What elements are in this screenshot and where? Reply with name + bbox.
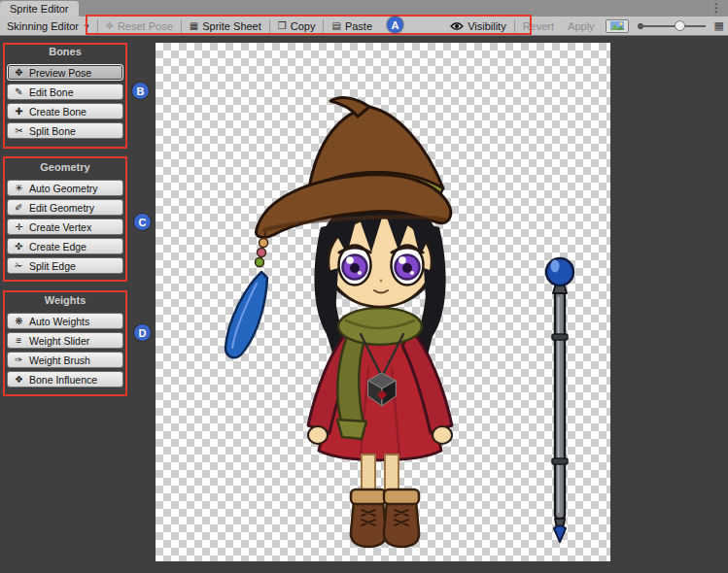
paste-label: Paste — [345, 20, 372, 32]
apply-button[interactable]: Apply — [561, 17, 602, 35]
paste-button[interactable]: ▤ Paste — [325, 17, 379, 35]
texture-preview-button[interactable] — [606, 19, 629, 33]
bone-influence-label: Bone Influence — [29, 374, 97, 386]
chevron-down-icon: ▾ — [85, 21, 89, 31]
skinning-editor-label: Skinning Editor — [7, 20, 79, 32]
copy-button[interactable]: ❐ Copy — [271, 17, 323, 35]
auto-weights-icon: ❋ — [14, 316, 24, 326]
sprite-editor-window: Sprite Editor ⋮ Skinning Editor ▾ ✥ Rese… — [0, 0, 728, 573]
weight-brush-icon: ✑ — [14, 354, 24, 365]
weight-slider-label: Weight Slider — [29, 335, 89, 347]
weights-panel-title: Weights — [7, 293, 123, 310]
bones-panel-title: Bones — [7, 45, 123, 61]
apply-label: Apply — [568, 20, 595, 32]
annotation-b: B — [132, 83, 149, 99]
character-hat-charm — [225, 233, 268, 357]
weight-slider-button[interactable]: ≡ Weight Slider — [7, 332, 123, 349]
split-bone-icon: ✂ — [14, 125, 24, 136]
edit-geometry-button[interactable]: ✐ Edit Geometry — [7, 199, 123, 216]
weight-slider-icon: ≡ — [14, 335, 24, 346]
split-edge-label: Split Edge — [29, 260, 76, 272]
copy-icon: ❐ — [278, 20, 287, 31]
split-edge-button[interactable]: ✁ Split Edge — [7, 257, 123, 274]
staff-tip — [554, 525, 566, 542]
zoom-slider-track — [638, 25, 706, 27]
create-bone-button[interactable]: ✚ Create Bone — [7, 103, 123, 119]
create-edge-label: Create Edge — [29, 241, 87, 253]
auto-geometry-label: Auto Geometry — [29, 183, 98, 194]
auto-weights-label: Auto Weights — [29, 316, 89, 327]
sprite-canvas[interactable] — [156, 43, 610, 561]
split-edge-icon: ✁ — [14, 260, 24, 271]
bone-influence-button[interactable]: ❖ Bone Influence — [7, 371, 123, 388]
revert-label: Revert — [523, 20, 554, 32]
reset-pose-button[interactable]: ✥ Reset Pose — [99, 17, 180, 35]
weight-brush-button[interactable]: ✑ Weight Brush — [7, 352, 123, 368]
feather-icon — [225, 272, 267, 357]
toolbar-separator — [514, 19, 515, 33]
character-sprite[interactable] — [225, 98, 452, 547]
character-hat — [256, 98, 450, 238]
kebab-menu-icon[interactable]: ⋮ — [711, 0, 722, 17]
zoom-slider-knob[interactable] — [675, 20, 685, 31]
toolbar: Skinning Editor ▾ ✥ Reset Pose ▦ Sprite … — [0, 17, 728, 36]
create-vertex-label: Create Vertex — [29, 221, 91, 233]
character-boots — [351, 489, 419, 547]
texture-preview-icon — [610, 21, 624, 30]
sprite-graphics — [156, 43, 610, 561]
edit-bone-button[interactable]: ✎ Edit Bone — [7, 84, 123, 100]
weights-panel: Weights ❋ Auto Weights ≡ Weight Slider ✑… — [7, 293, 123, 388]
auto-geometry-button[interactable]: ✳ Auto Geometry — [7, 180, 123, 196]
annotation-c: C — [134, 214, 151, 230]
revert-button[interactable]: Revert — [516, 17, 561, 35]
bone-influence-icon: ❖ — [14, 374, 24, 385]
visibility-eye-icon — [450, 21, 464, 31]
weight-brush-label: Weight Brush — [29, 354, 90, 366]
edit-bone-label: Edit Bone — [29, 86, 74, 98]
reset-pose-label: Reset Pose — [118, 20, 173, 32]
preview-pose-icon: ✥ — [14, 67, 24, 78]
preview-pose-label: Preview Pose — [29, 67, 91, 79]
preview-pose-button[interactable]: ✥ Preview Pose — [7, 64, 123, 81]
character-nose — [380, 280, 383, 283]
toolbar-separator — [269, 19, 270, 33]
auto-geometry-icon: ✳ — [14, 183, 24, 193]
annotation-d: D — [134, 324, 151, 341]
paste-icon: ▤ — [331, 20, 340, 31]
zoom-slider[interactable] — [638, 19, 706, 33]
visibility-button[interactable]: Visibility — [443, 17, 513, 35]
sprite-sheet-button[interactable]: ▦ Sprite Sheet — [183, 17, 268, 35]
edit-geometry-icon: ✐ — [14, 202, 24, 213]
toolbar-separator — [323, 19, 324, 33]
create-bone-icon: ✚ — [14, 106, 24, 117]
tab-sprite-editor[interactable]: Sprite Editor — [0, 1, 79, 17]
visibility-label: Visibility — [468, 20, 506, 32]
create-bone-label: Create Bone — [29, 106, 87, 118]
edit-geometry-label: Edit Geometry — [29, 202, 94, 214]
toolbar-separator — [97, 19, 98, 33]
create-vertex-icon: ✛ — [14, 221, 24, 232]
copy-label: Copy — [291, 20, 316, 32]
create-edge-button[interactable]: ✜ Create Edge — [7, 238, 123, 254]
create-vertex-button[interactable]: ✛ Create Vertex — [7, 219, 123, 235]
bones-panel: Bones ✥ Preview Pose ✎ Edit Bone ✚ Creat… — [7, 45, 123, 139]
toolbar-separator — [181, 19, 182, 33]
create-edge-icon: ✜ — [14, 241, 24, 252]
sprite-sheet-label: Sprite Sheet — [202, 20, 261, 32]
staff-sprite[interactable] — [546, 258, 573, 542]
geometry-panel-title: Geometry — [7, 160, 123, 177]
reset-pose-icon: ✥ — [106, 20, 114, 31]
grid-icon[interactable]: ▦ — [714, 19, 724, 32]
toolbar-right-group: Visibility Revert Apply — [443, 17, 728, 35]
tab-bar: Sprite Editor ⋮ — [0, 0, 728, 17]
split-bone-button[interactable]: ✂ Split Bone — [7, 122, 123, 139]
split-bone-label: Split Bone — [29, 125, 76, 137]
geometry-panel: Geometry ✳ Auto Geometry ✐ Edit Geometry… — [7, 160, 123, 274]
staff-orb — [546, 258, 573, 286]
sprite-sheet-icon: ▦ — [190, 20, 198, 31]
skinning-editor-dropdown[interactable]: Skinning Editor ▾ — [0, 17, 96, 35]
auto-weights-button[interactable]: ❋ Auto Weights — [7, 313, 123, 329]
edit-bone-icon: ✎ — [14, 86, 24, 97]
